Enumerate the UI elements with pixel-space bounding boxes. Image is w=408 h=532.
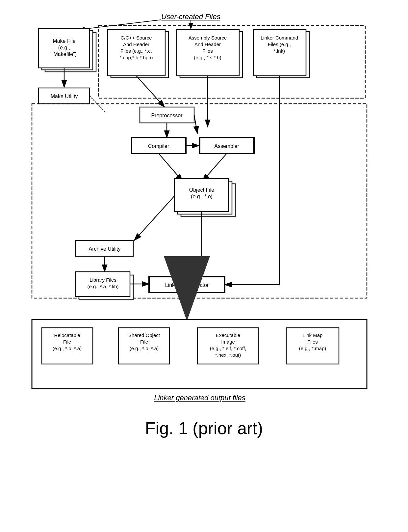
svg-text:Files: Files: [307, 339, 318, 345]
diagram-container: User-created Files Make File (e.g., "Mak…: [23, 10, 385, 438]
link-map-text: Link Map: [303, 332, 323, 338]
shared-object-text: Shared Object: [128, 332, 160, 338]
svg-text:*.cpp,*.h,*.hpp): *.cpp,*.h,*.hpp): [120, 55, 153, 60]
svg-text:Files (e.g., *.c,: Files (e.g., *.c,: [120, 48, 152, 54]
svg-text:File: File: [63, 339, 71, 345]
assembler-text: Assembler: [214, 143, 239, 149]
linker-cmd-text: Linker Command: [261, 35, 298, 41]
executable-text: Executable: [216, 332, 240, 338]
fig-label: Fig. 1 (prior art): [145, 418, 263, 438]
library-files-text: Library Files: [89, 277, 116, 283]
linker-locator-text: Linker and Locator: [165, 282, 209, 288]
svg-text:(e.g., *.o, *.a): (e.g., *.o, *.a): [53, 346, 82, 351]
svg-text:(e.g.,: (e.g.,: [58, 45, 70, 50]
svg-text:Files: Files: [202, 48, 213, 54]
archive-utility-text: Archive Utility: [89, 246, 121, 252]
relocatable-text: Relocatable: [54, 332, 80, 338]
svg-text:Image: Image: [221, 339, 235, 345]
svg-text:*.lnk): *.lnk): [274, 48, 285, 54]
svg-text:(e.g., *.a, *.lib): (e.g., *.a, *.lib): [87, 284, 118, 289]
compiler-text: Compiler: [148, 143, 169, 149]
svg-text:(e.g., *.o): (e.g., *.o): [191, 194, 213, 199]
svg-text:File: File: [140, 339, 148, 345]
svg-text:(e.g., *.o, *.a): (e.g., *.o, *.a): [130, 346, 159, 351]
cpp-source-text: C/C++ Source: [120, 35, 152, 41]
svg-text:"Makefile"): "Makefile"): [52, 51, 77, 57]
object-file-text: Object File: [189, 187, 215, 193]
svg-text:Files (e.g.,: Files (e.g.,: [268, 42, 291, 47]
svg-text:(e.g., *.elf, *.coff,: (e.g., *.elf, *.coff,: [210, 346, 246, 351]
svg-text:*.hex, *.out): *.hex, *.out): [215, 352, 241, 358]
svg-text:(e.g., *.map): (e.g., *.map): [299, 346, 326, 351]
svg-text:(e.g., *.s,*.h): (e.g., *.s,*.h): [194, 55, 221, 60]
svg-text:And Header: And Header: [123, 42, 149, 47]
asm-source-text: Assembly Source: [189, 35, 227, 41]
linker-output-label: Linker generated output files: [154, 394, 245, 402]
make-file-text: Make File: [53, 38, 75, 44]
user-files-label: User-created Files: [161, 13, 220, 21]
main-diagram: User-created Files Make File (e.g., "Mak…: [23, 10, 385, 405]
svg-text:And Header: And Header: [194, 42, 221, 47]
make-utility-text: Make Utility: [51, 94, 78, 99]
